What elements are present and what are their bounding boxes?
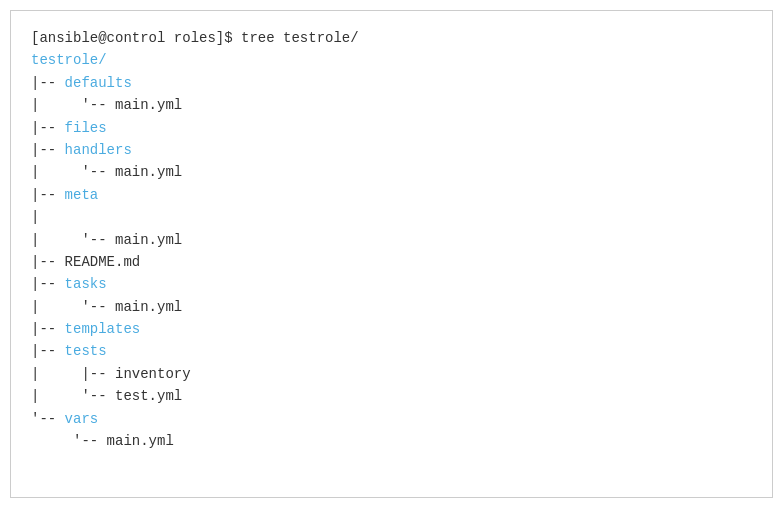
dir-files: files [65,120,107,136]
terminal-line-11: |-- README.md [31,251,752,273]
dir-meta: meta [65,187,99,203]
terminal-line-1: [ansible@control roles]$ tree testrole/ [31,27,752,49]
dir-testrole: testrole/ [31,52,107,68]
prompt-text: [ansible@control roles]$ tree testrole/ [31,30,359,46]
dir-templates: templates [65,321,141,337]
terminal-line-9: | [31,206,752,228]
terminal-line-16: | |-- inventory [31,363,752,385]
terminal-line-17: | '-- test.yml [31,385,752,407]
terminal-line-3: |-- defaults [31,72,752,94]
dir-handlers: handlers [65,142,132,158]
terminal-line-2: testrole/ [31,49,752,71]
terminal-line-8: |-- meta [31,184,752,206]
terminal-line-10: | '-- main.yml [31,229,752,251]
terminal-line-12: |-- tasks [31,273,752,295]
dir-vars: vars [65,411,99,427]
terminal-line-18: '-- vars [31,408,752,430]
terminal-line-5: |-- files [31,117,752,139]
terminal-line-14: |-- templates [31,318,752,340]
terminal-line-19: '-- main.yml [31,430,752,452]
terminal-window: [ansible@control roles]$ tree testrole/ … [10,10,773,498]
terminal-line-4: | '-- main.yml [31,94,752,116]
dir-defaults: defaults [65,75,132,91]
terminal-line-15: |-- tests [31,340,752,362]
terminal-line-6: |-- handlers [31,139,752,161]
dir-tests: tests [65,343,107,359]
terminal-line-13: | '-- main.yml [31,296,752,318]
terminal-line-7: | '-- main.yml [31,161,752,183]
dir-tasks: tasks [65,276,107,292]
